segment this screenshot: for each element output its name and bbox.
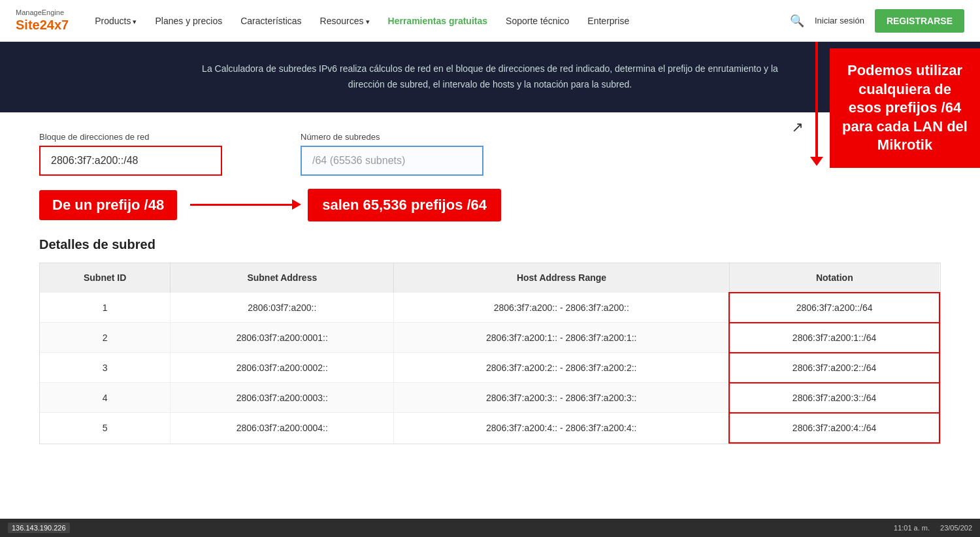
cell-notation: 2806:3f7:a200::/64 — [729, 293, 939, 323]
nav-herramientas[interactable]: Herramientas gratuitas — [388, 16, 488, 26]
logo[interactable]: ManageEngine Site24x7 — [16, 8, 69, 33]
hero-section: La Calculadora de subredes IPv6 realiza … — [0, 42, 980, 112]
cell-host-range: 2806:3f7:a200:: - 2806:3f7:a200:: — [394, 293, 729, 323]
cell-subnet-address: 2806:03f7:a200:0001:: — [171, 323, 394, 353]
nav-soporte[interactable]: Soporte técnico — [506, 16, 569, 26]
cell-host-range: 2806:3f7:a200:2:: - 2806:3f7:a200:2:: — [394, 353, 729, 383]
subnets-input[interactable] — [301, 146, 483, 176]
subnet-table: Subnet ID Subnet Address Host Address Ra… — [40, 263, 940, 444]
col-subnet-id: Subnet ID — [40, 263, 171, 293]
table-header: Subnet ID Subnet Address Host Address Ra… — [40, 263, 939, 293]
col-notation: Notation — [729, 263, 939, 293]
nav-links: Products Planes y precios Característica… — [95, 16, 790, 26]
table-row: 22806:03f7:a200:0001::2806:3f7:a200:1:: … — [40, 323, 939, 353]
logo-bottom: Site24x7 — [16, 17, 69, 33]
table-row: 52806:03f7:a200:0004::2806:3f7:a200:4:: … — [40, 413, 939, 443]
cell-host-range: 2806:3f7:a200:3:: - 2806:3f7:a200:3:: — [394, 383, 729, 413]
network-input-group: Bloque de direcciones de red — [39, 132, 222, 176]
table-row: 42806:03f7:a200:0003::2806:3f7:a200:3:: … — [40, 383, 939, 413]
table-body: 12806:03f7:a200::2806:3f7:a200:: - 2806:… — [40, 293, 939, 443]
annotation-right-text: Podemos utilizar cualquiera de esos pref… — [842, 62, 968, 153]
nav-right: 🔍 Iniciar sesión REGISTRARSE — [790, 9, 964, 33]
annotation-center-box: salen 65,536 prefijos /64 — [308, 189, 501, 221]
cell-subnet-address: 2806:03f7:a200:0004:: — [171, 413, 394, 443]
cell-notation: 2806:3f7:a200:3::/64 — [729, 383, 939, 413]
nav-caracteristicas[interactable]: Características — [240, 16, 301, 26]
table-row: 32806:03f7:a200:0002::2806:3f7:a200:2:: … — [40, 353, 939, 383]
cell-host-range: 2806:3f7:a200:1:: - 2806:3f7:a200:1:: — [394, 323, 729, 353]
hero-text: La Calculadora de subredes IPv6 realiza … — [196, 61, 784, 93]
nav-products[interactable]: Products — [95, 16, 137, 26]
cell-subnet-id: 3 — [40, 353, 171, 383]
cell-subnet-address: 2806:03f7:a200:0003:: — [171, 383, 394, 413]
navbar: ManageEngine Site24x7 Products Planes y … — [0, 0, 980, 42]
cell-subnet-address: 2806:03f7:a200:0002:: — [171, 353, 394, 383]
cell-host-range: 2806:3f7:a200:4:: - 2806:3f7:a200:4:: — [394, 413, 729, 443]
network-input[interactable] — [39, 146, 222, 176]
search-button[interactable]: 🔍 — [790, 14, 804, 28]
section-title: Detalles de subred — [39, 237, 941, 252]
cell-subnet-address: 2806:03f7:a200:: — [171, 293, 394, 323]
annotation-arrow-row: De un prefijo /48 salen 65,536 prefijos … — [39, 189, 941, 221]
subnet-table-wrapper: Subnet ID Subnet Address Host Address Ra… — [39, 263, 941, 444]
annotation-center-text: salen 65,536 prefijos /64 — [322, 197, 487, 213]
arrow-line — [190, 204, 295, 206]
nav-enterprise[interactable]: Enterprise — [587, 16, 629, 26]
annotation-right-box: Podemos utilizar cualquiera de esos pref… — [830, 48, 980, 168]
cell-subnet-id: 1 — [40, 293, 171, 323]
col-subnet-address: Subnet Address — [171, 263, 394, 293]
network-label: Bloque de direcciones de red — [39, 132, 222, 142]
register-button[interactable]: REGISTRARSE — [875, 9, 964, 33]
logo-top: ManageEngine — [16, 8, 69, 17]
cell-notation: 2806:3f7:a200:4::/64 — [729, 413, 939, 443]
table-row: 12806:03f7:a200::2806:3f7:a200:: - 2806:… — [40, 293, 939, 323]
subnets-label: Número de subredes — [301, 132, 483, 142]
nav-resources[interactable]: Resources — [320, 16, 370, 26]
annotation-left-box: De un prefijo /48 — [39, 190, 177, 220]
cell-subnet-id: 2 — [40, 323, 171, 353]
login-button[interactable]: Iniciar sesión — [815, 16, 864, 25]
cell-subnet-id: 4 — [40, 383, 171, 413]
col-host-range: Host Address Range — [394, 263, 729, 293]
annotation-left-text: De un prefijo /48 — [52, 197, 164, 213]
input-row: Bloque de direcciones de red Número de s… — [39, 132, 941, 176]
cell-notation: 2806:3f7:a200:1::/64 — [729, 323, 939, 353]
nav-planes[interactable]: Planes y precios — [155, 16, 222, 26]
subnets-input-group: Número de subredes — [301, 132, 483, 176]
cell-notation: 2806:3f7:a200:2::/64 — [729, 353, 939, 383]
cell-subnet-id: 5 — [40, 413, 171, 443]
